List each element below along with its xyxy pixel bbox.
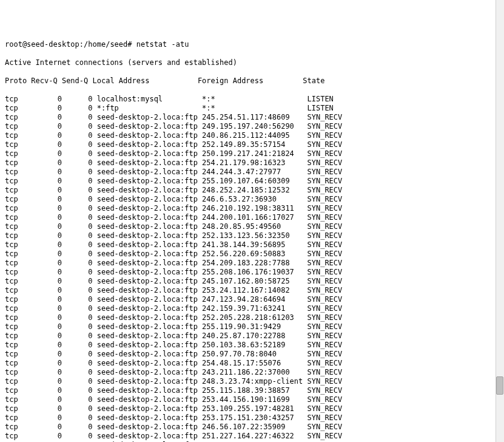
connection-row: tcp 0 0 seed-desktop-2.loca:ftp 255.119.…: [5, 322, 499, 332]
connection-row: tcp 0 0 seed-desktop-2.loca:ftp 240.25.8…: [5, 332, 499, 341]
scrollbar-thumb[interactable]: [496, 376, 503, 395]
connection-row: tcp 0 0 seed-desktop-2.loca:ftp 253.44.1…: [5, 395, 499, 404]
connection-row: tcp 0 0 seed-desktop-2.loca:ftp 247.123.…: [5, 295, 499, 304]
connection-row: tcp 0 0 seed-desktop-2.loca:ftp 244.200.…: [5, 213, 499, 222]
connection-row: tcp 0 0 seed-desktop-2.loca:ftp 248.20.8…: [5, 222, 499, 231]
connection-row: tcp 0 0 seed-desktop-2.loca:ftp 254.209.…: [5, 259, 499, 268]
connection-row: tcp 0 0 seed-desktop-2.loca:ftp 241.38.1…: [5, 240, 499, 250]
connection-row: tcp 0 0 seed-desktop-2.loca:ftp 251.227.…: [5, 432, 499, 441]
connection-row: tcp 0 0 seed-desktop-2.loca:ftp 253.175.…: [5, 413, 499, 423]
connection-row: tcp 0 0 seed-desktop-2.loca:ftp 252.56.2…: [5, 250, 499, 259]
connection-row: tcp 0 0 seed-desktop-2.loca:ftp 250.97.7…: [5, 350, 499, 359]
connection-row: tcp 0 0 seed-desktop-2.loca:ftp 249.195.…: [5, 122, 499, 131]
connection-row: tcp 0 0 seed-desktop-2.loca:ftp 248.252.…: [5, 186, 499, 195]
connection-row: tcp 0 0 seed-desktop-2.loca:ftp 240.86.2…: [5, 131, 499, 140]
shell-prompt: root@seed-desktop:/home/seed# netstat -a…: [5, 40, 499, 49]
connection-row: tcp 0 0 seed-desktop-2.loca:ftp 246.210.…: [5, 204, 499, 213]
connection-row: tcp 0 0 seed-desktop-2.loca:ftp 252.205.…: [5, 313, 499, 322]
connection-row: tcp 0 0 localhost:mysql *:* LISTEN: [5, 95, 499, 104]
connection-row: tcp 0 0 seed-desktop-2.loca:ftp 254.48.1…: [5, 359, 499, 368]
connection-row: tcp 0 0 seed-desktop-2.loca:ftp 244.244.…: [5, 168, 499, 177]
connection-rows: tcp 0 0 localhost:mysql *:* LISTENtcp 0 …: [5, 95, 499, 442]
connection-row: tcp 0 0 seed-desktop-2.loca:ftp 248.3.23…: [5, 377, 499, 386]
connection-row: tcp 0 0 *:ftp *:* LISTEN: [5, 104, 499, 113]
connection-row: tcp 0 0 seed-desktop-2.loca:ftp 255.109.…: [5, 177, 499, 186]
connection-row: tcp 0 0 seed-desktop-2.loca:ftp 245.107.…: [5, 277, 499, 286]
connection-row: tcp 0 0 seed-desktop-2.loca:ftp 255.115.…: [5, 386, 499, 395]
connection-row: tcp 0 0 seed-desktop-2.loca:ftp 254.21.1…: [5, 158, 499, 168]
connection-row: tcp 0 0 seed-desktop-2.loca:ftp 243.211.…: [5, 368, 499, 377]
connection-row: tcp 0 0 seed-desktop-2.loca:ftp 246.56.1…: [5, 423, 499, 432]
connection-row: tcp 0 0 seed-desktop-2.loca:ftp 250.199.…: [5, 149, 499, 158]
connection-row: tcp 0 0 seed-desktop-2.loca:ftp 242.159.…: [5, 304, 499, 313]
connection-row: tcp 0 0 seed-desktop-2.loca:ftp 246.6.53…: [5, 195, 499, 204]
connection-row: tcp 0 0 seed-desktop-2.loca:ftp 253.24.1…: [5, 286, 499, 295]
connection-row: tcp 0 0 seed-desktop-2.loca:ftp 252.149.…: [5, 140, 499, 149]
connection-row: tcp 0 0 seed-desktop-2.loca:ftp 250.103.…: [5, 341, 499, 350]
netstat-subtitle: Active Internet connections (servers and…: [5, 58, 499, 67]
column-header-row: Proto Recv-Q Send-Q Local Address Foreig…: [5, 76, 499, 86]
connection-row: tcp 0 0 seed-desktop-2.loca:ftp 253.109.…: [5, 404, 499, 413]
connection-row: tcp 0 0 seed-desktop-2.loca:ftp 245.254.…: [5, 113, 499, 122]
connection-row: tcp 0 0 seed-desktop-2.loca:ftp 255.208.…: [5, 268, 499, 277]
vertical-scrollbar[interactable]: [496, 0, 504, 442]
connection-row: tcp 0 0 seed-desktop-2.loca:ftp 252.133.…: [5, 231, 499, 240]
